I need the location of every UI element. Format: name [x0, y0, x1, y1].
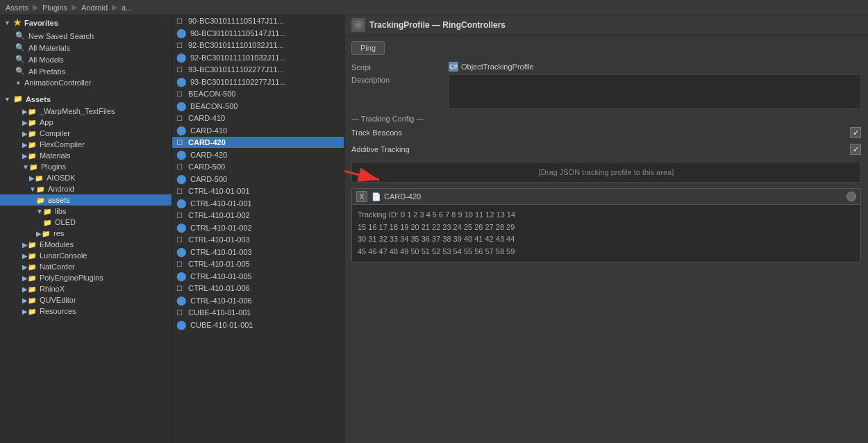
breadcrumb-plugins[interactable]: Plugins [42, 3, 67, 12]
blue-circle-icon: ⬤ [176, 101, 187, 111]
script-name[interactable]: ObjectTrackingProfile [461, 62, 534, 71]
drag-json-area[interactable]: [Drag JSON tracking profile to this area… [351, 162, 861, 183]
sidebar-item-lunar[interactable]: ▶📁 LunarConsole [0, 250, 172, 261]
favorites-star-icon: ★ [13, 17, 22, 28]
folder-icon-quveditor: ▶📁 [22, 296, 36, 304]
favorites-triangle: ▼ [4, 19, 10, 26]
tracking-card-body: Tracking ID: 0 1 2 3 4 5 6 7 8 9 10 11 1… [352, 205, 860, 262]
blue-circle-icon: ⬤ [176, 198, 187, 208]
asset-item-f26[interactable]: ⬤CUBE-410-01-001 [172, 318, 344, 331]
asset-item-f17[interactable]: ☐CTRL-410-01-002 [172, 210, 344, 221]
folder-icon-rhinox: ▶📁 [22, 285, 36, 293]
folder-icon-app: ▶📁 [22, 119, 36, 126]
file-icon: ☐ [176, 17, 185, 25]
file-icon: ☐ [176, 212, 185, 219]
sidebar-item-app[interactable]: ▶📁 App [0, 117, 172, 128]
folder-icon-plugins: ▼📁 [22, 163, 37, 171]
asset-item-f10[interactable]: ⬤CARD-410 [172, 124, 344, 137]
asset-item-f1[interactable]: ☐90-BC3010111105147J11... [172, 15, 344, 26]
tracking-id-label: Tracking ID: [358, 210, 399, 219]
description-input[interactable] [449, 74, 861, 109]
sidebar-item-compiler[interactable]: ▶📁 Compiler [0, 128, 172, 139]
asset-item-f22[interactable]: ⬤CTRL-410-01-005 [172, 269, 344, 283]
asset-item-label: CARD-410 [190, 126, 227, 135]
asset-list: ☐90-BC3010111105147J11...⬤90-BC301011110… [172, 15, 344, 443]
sidebar-item-rhinox[interactable]: ▶📁 RhinoX [0, 283, 172, 294]
folder-icon-materials: ▶📁 [22, 152, 36, 160]
inspector-title: TrackingProfile — RingControllers [369, 20, 506, 30]
asset-item-f23[interactable]: ☐CTRL-410-01-006 [172, 283, 344, 294]
sidebar-item-assets[interactable]: 📁 assets [0, 194, 172, 206]
sidebar-item-resources[interactable]: ▶📁 Resources [0, 306, 172, 317]
sidebar-item-materials[interactable]: ▶📁 Materials [0, 150, 172, 161]
file-icon: ☐ [176, 66, 185, 74]
sidebar-item-oled[interactable]: 📁 OLED [0, 217, 172, 228]
asset-item-f15[interactable]: ☐CTRL-410-01-001 [172, 185, 344, 197]
sidebar-item-flex[interactable]: ▶📁 FlexCompiler [0, 139, 172, 150]
asset-item-f8[interactable]: ⬤BEACON-500 [172, 99, 344, 112]
asset-item-label: 90-BC3010111105147J11... [188, 17, 284, 25]
sidebar-item-natcorder[interactable]: ▶📁 NatCorder [0, 261, 172, 272]
asset-item-f14[interactable]: ⬤CARD-500 [172, 172, 344, 185]
sidebar-item-all-models[interactable]: 🔍 All Models [0, 53, 172, 65]
file-icon-sm: 📄 [372, 192, 381, 201]
file-icon: ☐ [176, 90, 185, 98]
asset-item-f4[interactable]: ⬤92-BC3010111101032J11... [172, 51, 344, 64]
sidebar-item-polyengine[interactable]: ▶📁 PolyEnginePlugins [0, 272, 172, 283]
asset-item-label: CARD-500 [190, 175, 227, 183]
search-icon-2: 🔍 [15, 43, 25, 52]
sidebar-item-libs[interactable]: ▼📁 libs [0, 206, 172, 217]
tracking-card-close-button[interactable]: X [356, 191, 367, 202]
asset-item-label: CTRL-410-01-006 [188, 284, 250, 292]
ping-button[interactable]: Ping [351, 41, 385, 55]
asset-item-f24[interactable]: ⬤CTRL-410-01-006 [172, 294, 344, 307]
sidebar-item-all-materials[interactable]: 🔍 All Materials [0, 42, 172, 53]
track-beacons-checkbox[interactable]: ✓ [850, 127, 861, 138]
asset-item-label: CARD-410 [188, 114, 225, 122]
sidebar-item-android[interactable]: ▼📁 Android [0, 183, 172, 194]
sidebar-item-anim-controller[interactable]: ✦ AnimationController [0, 77, 172, 88]
asset-item-f9[interactable]: ☐CARD-410 [172, 112, 344, 124]
tracking-card-header: X 📄 CARD-420 [352, 189, 860, 205]
blue-circle-icon: ⬤ [176, 295, 187, 306]
asset-item-f5[interactable]: ☐93-BC3010111102277J11... [172, 64, 344, 75]
sidebar-item-all-prefabs[interactable]: 🔍 All Prefabs [0, 65, 172, 77]
asset-item-f16[interactable]: ⬤CTRL-410-01-001 [172, 197, 344, 210]
asset-item-f7[interactable]: ☐BEACON-500 [172, 88, 344, 99]
asset-item-f18[interactable]: ⬤CTRL-410-01-002 [172, 221, 344, 234]
breadcrumb-android[interactable]: Android [81, 3, 108, 12]
asset-item-f21[interactable]: ☐CTRL-410-01-005 [172, 258, 344, 269]
sidebar-item-emodules[interactable]: ▶📁 EModules [0, 239, 172, 250]
asset-item-label: CUBE-410-01-001 [190, 321, 253, 329]
asset-item-f12[interactable]: ⬤CARD-420 [172, 148, 344, 161]
asset-item-f25[interactable]: ☐CUBE-410-01-001 [172, 307, 344, 318]
additive-tracking-checkbox[interactable]: ✓ [850, 144, 861, 155]
sidebar-item-quveditor[interactable]: ▶📁 QUVEditor [0, 294, 172, 306]
tree-section: ▼ ★ Favorites 🔍 New Saved Search 🔍 All M… [0, 15, 172, 443]
favorites-header[interactable]: ▼ ★ Favorites [0, 15, 172, 30]
breadcrumb-assets[interactable]: Assets [6, 3, 28, 12]
folder-icon-compiler: ▶📁 [22, 130, 36, 137]
assets-header[interactable]: ▼ 📁 Assets [0, 92, 172, 106]
sidebar-item-res[interactable]: ▶📁 res [0, 228, 172, 239]
sidebar-item-new-saved-search[interactable]: 🔍 New Saved Search [0, 30, 172, 42]
folder-icon-android: ▼📁 [29, 185, 44, 193]
asset-item-label: CTRL-410-01-002 [188, 211, 250, 219]
asset-item-f13[interactable]: ☐CARD-500 [172, 161, 344, 172]
asset-item-f2[interactable]: ⬤90-BC3010111105147J11... [172, 26, 344, 40]
sidebar-item-aiosdk[interactable]: ▶📁 AIOSDK [0, 172, 172, 183]
sidebar-item-warpmesh[interactable]: ▶📁 _WarpMesh_TextFiles [0, 106, 172, 117]
folder-icon-emodules: ▶📁 [22, 241, 36, 249]
sidebar-item-plugins[interactable]: ▼📁 Plugins [0, 161, 172, 172]
tracking-card-dot-button[interactable] [846, 192, 856, 201]
blue-circle-icon: ⬤ [176, 149, 187, 160]
assets-triangle: ▼ [4, 96, 10, 103]
asset-item-f11[interactable]: ☐CARD-420 [172, 137, 344, 148]
asset-item-f3[interactable]: ☐92-BC3010111101032J11... [172, 40, 344, 51]
asset-item-label: 92-BC3010111101032J11... [190, 53, 286, 62]
asset-item-f20[interactable]: ⬤CTRL-410-01-003 [172, 245, 344, 258]
asset-item-f6[interactable]: ⬤93-BC3010111102277J11... [172, 75, 344, 88]
script-value: C# ObjectTrackingProfile [449, 62, 861, 72]
asset-item-f19[interactable]: ☐CTRL-410-01-003 [172, 234, 344, 245]
asset-item-label: CTRL-410-01-005 [190, 272, 252, 281]
